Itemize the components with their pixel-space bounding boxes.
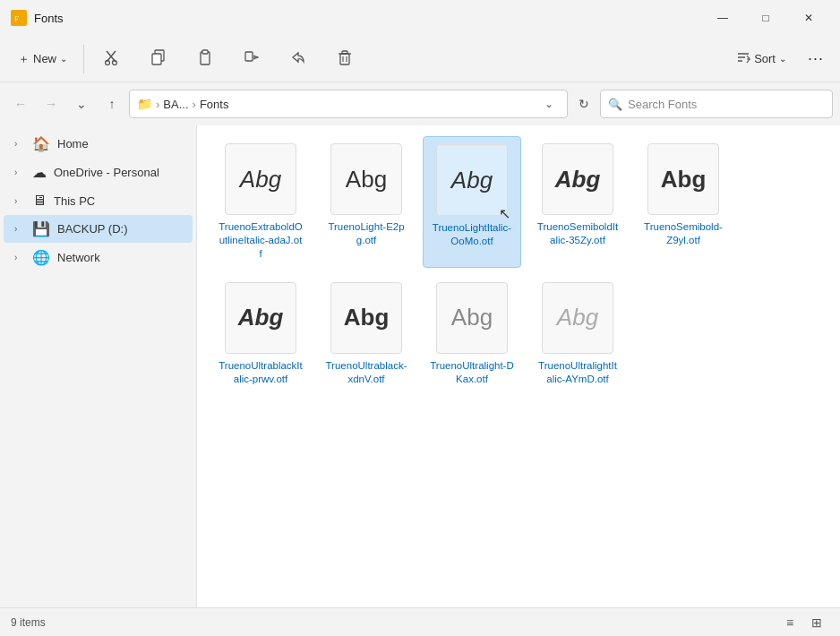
font-preview-text-5: Abg xyxy=(661,166,707,193)
address-bar[interactable]: 📁 › BA... › Fonts ⌄ xyxy=(129,90,568,118)
svg-rect-12 xyxy=(340,54,349,64)
sort-button[interactable]: Sort ⌄ xyxy=(725,43,797,75)
file-item-6[interactable]: Abg TruenoUltrablackItalic-prwv.otf xyxy=(211,275,310,393)
breadcrumb-part1: BA... xyxy=(163,98,188,111)
title-bar: F Fonts — □ ✕ xyxy=(0,0,840,36)
move-button[interactable] xyxy=(229,39,274,79)
file-item-2[interactable]: Abg TruenoLight-E2pg.otf xyxy=(317,136,416,268)
sidebar-item-backup[interactable]: › 💾 BACKUP (D:) xyxy=(4,215,193,243)
sidebar-item-thispc[interactable]: › 🖥 This PC xyxy=(4,187,193,214)
thispc-icon: 🖥 xyxy=(32,193,47,209)
breadcrumb-expand-button[interactable]: ⌄ xyxy=(538,93,560,115)
file-item-8[interactable]: Abg TruenoUltralight-DKax.otf xyxy=(423,275,521,393)
svg-text:F: F xyxy=(14,14,19,23)
address-row: ← → ⌄ ↑ 📁 › BA... › Fonts ⌄ ↻ 🔍 Search F… xyxy=(0,82,840,125)
expand-arrow-network: › xyxy=(14,253,25,262)
sidebar-item-network[interactable]: › 🌐 Network xyxy=(4,244,193,271)
copy-button[interactable] xyxy=(136,39,181,79)
toolbar-separator-1 xyxy=(83,45,84,73)
more-icon: ··· xyxy=(808,49,824,68)
font-preview-5: Abg xyxy=(647,143,719,215)
font-preview-text-1: Abg xyxy=(240,166,281,193)
search-placeholder: Search Fonts xyxy=(628,98,697,111)
font-name-6: TruenoUltrablackItalic-prwv.otf xyxy=(219,359,303,386)
svg-rect-14 xyxy=(342,51,347,54)
view-controls: ≡ ⊞ xyxy=(777,612,829,633)
cursor-icon: ↖ xyxy=(499,205,510,222)
font-name-1: TruenoExtraboldOutlineItalic-adaJ.otf xyxy=(219,220,303,261)
search-icon: 🔍 xyxy=(608,98,622,111)
paste-button[interactable] xyxy=(183,39,227,79)
delete-button[interactable] xyxy=(322,39,367,79)
onedrive-icon: ☁ xyxy=(32,164,47,181)
file-item-3[interactable]: Abg ↖ TruenoLightItalic-OoMo.otf xyxy=(423,136,521,268)
file-item-7[interactable]: Abg TruenoUltrablack-xdnV.otf xyxy=(317,275,416,393)
window-title: Fonts xyxy=(34,12,702,25)
forward-button[interactable]: → xyxy=(38,90,64,117)
home-icon: 🏠 xyxy=(32,135,50,152)
font-preview-text-9: Abg xyxy=(557,304,598,331)
back-icon: ← xyxy=(14,97,27,111)
new-dropdown-icon: ⌄ xyxy=(60,54,67,64)
font-preview-8: Abg xyxy=(436,282,508,354)
refresh-button[interactable]: ↻ xyxy=(571,91,596,116)
font-preview-7: Abg xyxy=(330,282,402,354)
breadcrumb-sep-1: › xyxy=(193,98,196,111)
sidebar-item-onedrive[interactable]: › ☁ OneDrive - Personal xyxy=(4,159,193,186)
file-area: Abg TruenoExtraboldOutlineItalic-adaJ.ot… xyxy=(197,125,840,607)
font-preview-text-4: Abg xyxy=(555,166,601,193)
breadcrumb-expand-icon: ⌄ xyxy=(544,98,553,110)
new-icon: ＋ xyxy=(18,51,30,67)
svg-rect-10 xyxy=(245,52,253,61)
minimize-button[interactable]: — xyxy=(702,4,743,32)
sidebar-item-home[interactable]: › 🏠 Home xyxy=(4,130,193,158)
file-item-4[interactable]: Abg TruenoSemiboldItalic-35Zy.otf xyxy=(528,136,627,268)
font-preview-3: Abg ↖ xyxy=(436,144,508,216)
sidebar-item-label-onedrive: OneDrive - Personal xyxy=(54,166,159,179)
new-label: New xyxy=(33,52,56,65)
font-preview-9: Abg xyxy=(542,282,613,354)
font-name-9: TruenoUltralightItalic-AYmD.otf xyxy=(536,359,620,386)
up-button[interactable]: ↑ xyxy=(99,90,125,117)
status-bar: 9 items ≡ ⊞ xyxy=(0,607,840,636)
app-icon: F xyxy=(11,10,27,26)
more-button[interactable]: ··· xyxy=(799,39,833,79)
share-button[interactable] xyxy=(276,39,321,79)
font-name-4: TruenoSemiboldItalic-35Zy.otf xyxy=(536,220,620,247)
search-box[interactable]: 🔍 Search Fonts xyxy=(600,90,833,118)
dropdown-button[interactable]: ⌄ xyxy=(68,90,95,117)
cut-button[interactable] xyxy=(90,39,134,79)
breadcrumb-sep-0: › xyxy=(156,98,159,111)
new-button[interactable]: ＋ New ⌄ xyxy=(7,43,78,75)
font-name-7: TruenoUltrablack-xdnV.otf xyxy=(324,359,408,386)
copy-icon xyxy=(151,49,166,69)
font-name-2: TruenoLight-E2pg.otf xyxy=(324,220,408,247)
back-button[interactable]: ← xyxy=(7,90,34,117)
folder-icon: 📁 xyxy=(137,97,152,111)
file-item-1[interactable]: Abg TruenoExtraboldOutlineItalic-adaJ.ot… xyxy=(211,136,310,268)
font-preview-4: Abg xyxy=(542,143,613,215)
share-icon xyxy=(291,49,305,69)
expand-arrow-backup: › xyxy=(14,224,25,234)
font-preview-text-8: Abg xyxy=(451,304,493,331)
list-view-button[interactable]: ≡ xyxy=(777,612,802,633)
maximize-button[interactable]: □ xyxy=(745,4,786,32)
close-button[interactable]: ✕ xyxy=(788,4,829,32)
file-item-5[interactable]: Abg TruenoSemibold-Z9yl.otf xyxy=(634,136,733,268)
grid-view-button[interactable]: ⊞ xyxy=(804,612,829,633)
font-preview-1: Abg xyxy=(225,143,296,215)
font-preview-6: Abg xyxy=(225,282,296,354)
network-icon: 🌐 xyxy=(32,249,50,266)
sidebar-item-label-network: Network xyxy=(57,251,100,264)
expand-arrow-home: › xyxy=(14,139,25,149)
expand-arrow-onedrive: › xyxy=(14,168,25,177)
toolbar: ＋ New ⌄ xyxy=(0,36,840,82)
font-name-3: TruenoLightItalic-OoMo.otf xyxy=(431,221,513,248)
sort-dropdown-icon: ⌄ xyxy=(779,54,786,64)
grid-view-icon: ⊞ xyxy=(811,615,822,630)
file-item-9[interactable]: Abg TruenoUltralightItalic-AYmD.otf xyxy=(528,275,627,393)
expand-arrow-thispc: › xyxy=(14,196,25,206)
sort-icon xyxy=(736,50,750,67)
sidebar: › 🏠 Home › ☁ OneDrive - Personal › 🖥 Thi… xyxy=(0,125,197,607)
sidebar-item-label-thispc: This PC xyxy=(54,194,95,208)
